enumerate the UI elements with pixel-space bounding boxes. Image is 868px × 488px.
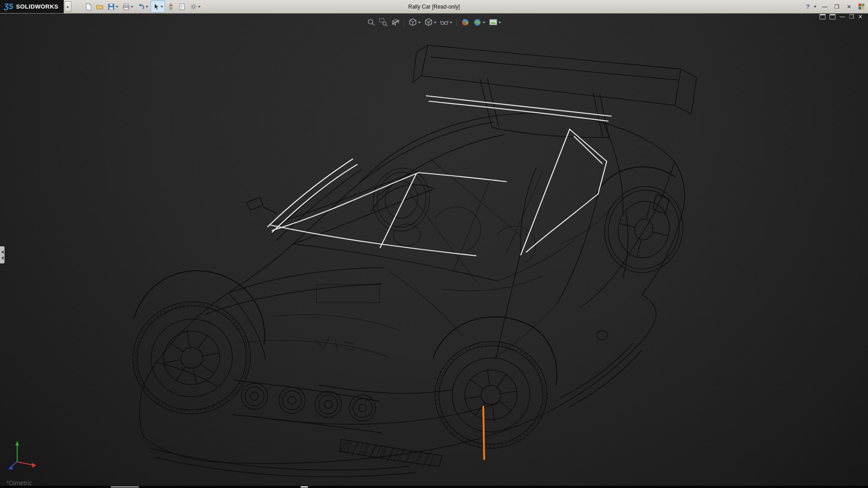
window-controls: ? — ❐ ✕: [806, 0, 864, 13]
model-clutter-edges: [235, 159, 613, 468]
doc-close-button[interactable]: ✕: [858, 14, 863, 19]
rebuild-stoplight-icon: [167, 3, 175, 10]
document-window-controls: — ❐ ✕: [820, 14, 863, 19]
open-folder-icon: [96, 3, 104, 10]
display-style-icon: [425, 18, 433, 27]
options-gear-icon: [190, 3, 197, 10]
left-panel-collapse-tab[interactable]: [0, 246, 5, 263]
dassault-logo-icon: [859, 4, 864, 9]
reference-triad: [4, 437, 44, 478]
apply-scene-button[interactable]: [472, 17, 487, 28]
doc-tile-icon[interactable]: [830, 14, 835, 19]
x-axis-arrow: [32, 463, 36, 468]
y-axis-arrow: [15, 441, 19, 446]
minimize-button[interactable]: —: [821, 4, 829, 9]
hide-show-items-button[interactable]: [439, 17, 454, 28]
help-dropdown-caret[interactable]: [814, 6, 816, 8]
new-document-icon: [85, 3, 92, 10]
edit-appearance-ball-icon: [461, 18, 470, 27]
new-document-button[interactable]: [83, 0, 94, 13]
collapse-arrow-icon: [1, 250, 4, 254]
title-bar: ƷS SOLIDWORKS ▸: [0, 0, 868, 14]
zoom-to-fit-icon: [367, 18, 376, 27]
view-settings-icon: [489, 18, 498, 27]
open-document-button[interactable]: [94, 0, 105, 13]
save-icon: [108, 3, 115, 10]
document-title: Rally Car [Read-only]: [408, 4, 460, 10]
select-dropdown-caret[interactable]: [160, 6, 163, 8]
x-axis: [17, 462, 33, 465]
view-orientation-button[interactable]: [407, 17, 422, 28]
help-button[interactable]: ?: [806, 3, 810, 10]
maximize-button[interactable]: ❐: [833, 4, 841, 9]
select-button[interactable]: [151, 0, 165, 13]
headsup-separator: [457, 19, 457, 26]
view-orientation-cube-icon: [409, 18, 417, 27]
dassault-3ds-glyph: ƷS: [4, 3, 13, 10]
undo-button[interactable]: [136, 0, 150, 13]
undo-dropdown-caret[interactable]: [146, 6, 148, 8]
view-settings-caret[interactable]: [499, 22, 501, 23]
view-orientation-caret[interactable]: [418, 22, 421, 23]
undo-icon: [137, 3, 145, 10]
print-button[interactable]: [121, 0, 135, 13]
options-button[interactable]: [188, 0, 203, 13]
print-dropdown-caret[interactable]: [131, 6, 133, 8]
section-view-icon: [392, 18, 400, 27]
print-icon: [123, 3, 130, 10]
rebuild-button[interactable]: [165, 0, 176, 13]
rally-car-wireframe: [0, 13, 868, 486]
selected-edge[interactable]: [483, 407, 484, 459]
taskbar-fragment: [111, 486, 139, 488]
display-style-caret[interactable]: [434, 22, 437, 23]
model-wheels: [124, 163, 692, 455]
doc-cascade-icon[interactable]: [820, 14, 826, 19]
save-dropdown-caret[interactable]: [116, 6, 118, 8]
headsup-view-toolbar: [366, 17, 503, 28]
select-cursor-icon: [152, 3, 160, 10]
solidworks-wordmark: SOLIDWORKS: [16, 4, 58, 9]
hide-show-glasses-icon: [440, 18, 449, 27]
model-highlight-edges: [268, 96, 611, 256]
edit-appearance-button[interactable]: [460, 17, 471, 28]
headsup-separator: [404, 19, 405, 26]
collapse-arrow-icon: [1, 256, 4, 260]
file-properties-icon: [179, 3, 186, 10]
save-button[interactable]: [106, 0, 120, 13]
apply-scene-globe-icon: [473, 18, 482, 27]
zoom-to-area-icon: [379, 18, 388, 27]
view-orientation-label: *Dimetric: [6, 479, 32, 486]
zoom-to-fit-button[interactable]: [366, 17, 377, 28]
section-view-button[interactable]: [390, 17, 401, 28]
solidworks-logo[interactable]: ƷS SOLIDWORKS: [0, 0, 64, 13]
doc-restore-button[interactable]: ❐: [849, 14, 854, 19]
menu-expand-button[interactable]: ▸: [65, 1, 71, 12]
display-style-button[interactable]: [423, 17, 438, 28]
close-button[interactable]: ✕: [845, 4, 853, 9]
main-toolbar: [83, 0, 203, 13]
file-properties-button[interactable]: [177, 0, 188, 13]
hide-show-caret[interactable]: [450, 22, 453, 23]
doc-minimize-button[interactable]: —: [840, 14, 845, 19]
model-dark-edges: [134, 45, 697, 477]
taskbar-fragment: [301, 486, 308, 488]
options-dropdown-caret[interactable]: [198, 6, 201, 8]
zoom-to-area-button[interactable]: [378, 17, 389, 28]
view-settings-button[interactable]: [488, 17, 503, 28]
bottom-edge-strip: [0, 486, 868, 488]
graphics-viewport[interactable]: — ❐ ✕ *Dimetric: [0, 13, 868, 486]
apply-scene-caret[interactable]: [483, 22, 486, 23]
